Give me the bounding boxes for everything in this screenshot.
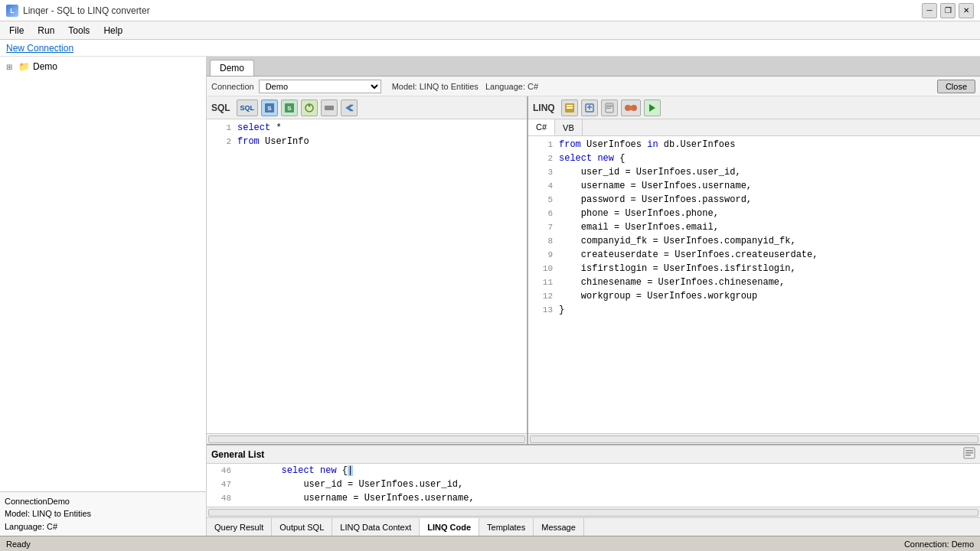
sql-btn6[interactable]	[341, 99, 358, 116]
bottom-line-46: 46 select new {|	[207, 465, 980, 479]
linq-line-1: 1 from UserInfoes in db.UserInfoes	[528, 139, 980, 153]
status-ready: Ready	[6, 540, 31, 549]
sql-line-1: 1 select *	[207, 122, 527, 136]
folder-icon: 📁	[18, 61, 30, 72]
menu-help[interactable]: Help	[97, 24, 129, 37]
svg-rect-9	[567, 107, 573, 109]
connection-label: Connection	[211, 82, 254, 91]
sql-line-2: 2 from UserInfo	[207, 136, 527, 150]
sidebar-status-line1: ConnectionDemo	[5, 495, 201, 508]
linq-line-9: 9 createuserdate = UserInfoes.createuser…	[528, 249, 980, 263]
svg-rect-6	[325, 106, 334, 110]
linq-line-8: 8 companyid_fk = UserInfoes.companyid_fk…	[528, 236, 980, 249]
sidebar-tree: ⊞ 📁 Demo	[0, 57, 206, 491]
svg-rect-8	[567, 105, 573, 106]
sql-label: SQL	[211, 103, 230, 113]
sql-toolbar: SQL SQL S S	[207, 96, 527, 119]
tab-message[interactable]: Message	[534, 518, 584, 536]
close-button[interactable]: ✕	[959, 3, 974, 18]
tab-row: Demo	[207, 57, 980, 77]
sql-btn4[interactable]	[301, 99, 318, 116]
linq-line-4: 4 username = UserInfoes.username,	[528, 181, 980, 194]
linq-label: LINQ	[533, 103, 555, 113]
app-title: Linqer - SQL to LINQ converter	[23, 5, 150, 16]
sql-btn2[interactable]: S	[261, 99, 278, 116]
tab-query-result[interactable]: Query Result	[207, 518, 272, 536]
connection-info-row: Connection Demo Model: LINQ to Entities …	[207, 77, 980, 96]
svg-rect-12	[606, 105, 612, 106]
right-area: Demo Connection Demo Model: LINQ to Enti…	[207, 57, 980, 536]
linq-btn2[interactable]	[581, 99, 598, 116]
new-connection-link[interactable]: New Connection	[6, 43, 74, 54]
restore-button[interactable]: ❐	[940, 3, 956, 18]
bottom-header: General List	[207, 445, 980, 464]
model-language-label: Model: LINQ to Entities Language: C#	[392, 82, 538, 91]
svg-text:S: S	[287, 105, 292, 112]
sql-btn5[interactable]	[321, 99, 338, 116]
tree-label-demo: Demo	[33, 61, 57, 72]
linq-btn4[interactable]	[621, 99, 641, 116]
svg-point-5	[308, 104, 310, 106]
linq-pane: LINQ	[528, 96, 980, 444]
sql-pane: SQL SQL S S	[207, 96, 528, 444]
menu-tools[interactable]: Tools	[62, 24, 96, 37]
linq-line-13: 13 }	[528, 305, 980, 318]
linq-line-2: 2 select new {	[528, 153, 980, 167]
svg-rect-19	[965, 450, 973, 452]
linq-run-btn[interactable]	[644, 99, 661, 116]
menu-run[interactable]: Run	[31, 24, 60, 37]
status-bar: Ready Connection: Demo	[0, 536, 980, 551]
svg-rect-20	[965, 452, 973, 454]
connection-select[interactable]: Demo	[259, 80, 381, 93]
bottom-code[interactable]: 46 select new {| 47 user_id = UserInfoes…	[207, 464, 980, 507]
csharp-tab-row: C# VB	[528, 119, 980, 136]
sql-code-editor[interactable]: 1 select * 2 from UserInfo	[207, 119, 527, 433]
svg-marker-17	[649, 104, 655, 112]
svg-text:S: S	[267, 105, 272, 112]
tree-expand-icon: ⊞	[6, 63, 15, 71]
svg-rect-21	[965, 455, 971, 456]
linq-horiz-scroll[interactable]	[528, 433, 980, 444]
sidebar-status-line3: Language: C#	[5, 520, 201, 533]
bottom-line-48: 48 username = UserInfoes.username,	[207, 493, 980, 507]
sql-btn3[interactable]: S	[281, 99, 298, 116]
sql-btn1[interactable]: SQL	[237, 99, 258, 116]
sql-horiz-scroll[interactable]	[207, 433, 527, 444]
app-icon: L	[6, 5, 18, 17]
close-button[interactable]: Close	[937, 80, 975, 93]
editor-area: SQL SQL S S	[207, 96, 980, 444]
tab-demo[interactable]: Demo	[210, 60, 254, 76]
csharp-tab-cs[interactable]: C#	[528, 119, 555, 135]
svg-rect-13	[606, 106, 612, 107]
minimize-button[interactable]: ─	[922, 3, 937, 18]
sidebar-status-line2: Model: LINQ to Entities	[5, 507, 201, 520]
linq-code-area[interactable]: 1 from UserInfoes in db.UserInfoes 2 sel…	[528, 136, 980, 433]
tab-linq-code[interactable]: LINQ Code	[420, 518, 479, 536]
menu-file[interactable]: File	[3, 24, 30, 37]
tab-linq-data-context[interactable]: LINQ Data Context	[332, 518, 420, 536]
bottom-horiz-scroll[interactable]	[207, 507, 980, 517]
svg-rect-14	[606, 108, 611, 109]
main-content: ⊞ 📁 Demo ConnectionDemo Model: LINQ to E…	[0, 57, 980, 536]
tab-templates[interactable]: Templates	[479, 518, 534, 536]
linq-line-11: 11 chinesename = UserInfoes.chinesename,	[528, 277, 980, 291]
linq-btn1[interactable]	[561, 99, 578, 116]
bottom-toolbar-icon	[963, 447, 975, 461]
linq-toolbar: LINQ	[528, 96, 980, 119]
linq-line-6: 6 phone = UserInfoes.phone,	[528, 208, 980, 222]
bottom-line-47: 47 user_id = UserInfoes.user_id,	[207, 479, 980, 493]
csharp-tab-vb[interactable]: VB	[555, 119, 583, 135]
menu-bar: File Run Tools Help	[0, 21, 980, 40]
bottom-area: General List 46 select new {| 47 user_id…	[207, 444, 980, 536]
tab-output-sql[interactable]: Output SQL	[272, 518, 332, 536]
tree-item-demo[interactable]: ⊞ 📁 Demo	[3, 60, 203, 73]
bottom-tabs: Query Result Output SQL LINQ Data Contex…	[207, 517, 980, 536]
window-controls: ─ ❐ ✕	[922, 3, 974, 18]
new-connection-bar: New Connection	[0, 40, 980, 57]
linq-btn3[interactable]	[601, 99, 618, 116]
sidebar: ⊞ 📁 Demo ConnectionDemo Model: LINQ to E…	[0, 57, 207, 536]
bottom-title: General List	[211, 449, 264, 460]
linq-line-10: 10 isfirstlogin = UserInfoes.isfirstlogi…	[528, 263, 980, 277]
linq-line-3: 3 user_id = UserInfoes.user_id,	[528, 167, 980, 181]
linq-line-5: 5 password = UserInfoes.password,	[528, 194, 980, 208]
